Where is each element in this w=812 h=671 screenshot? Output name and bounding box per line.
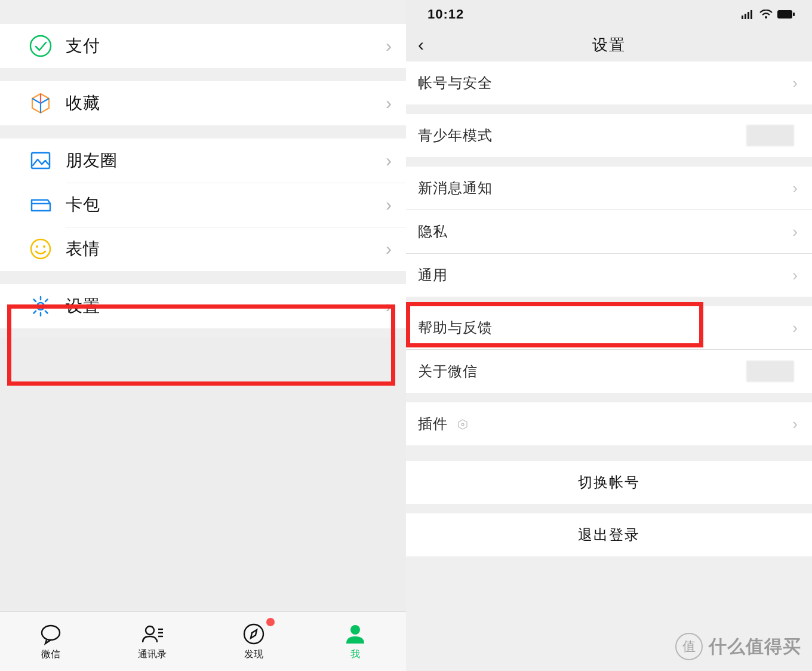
row-switch-account[interactable]: 切换帐号 — [406, 461, 812, 504]
settings-list: 帐号与安全 › 青少年模式 新消息通知 › — [406, 61, 812, 671]
signal-icon — [742, 10, 755, 19]
tab-label: 微信 — [41, 648, 60, 661]
me-tab-screen: 支付 › 收藏 › — [0, 0, 406, 671]
battery-icon — [777, 10, 795, 19]
row-label: 帮助与反馈 — [418, 318, 792, 337]
chevron-right-icon: › — [386, 150, 392, 171]
svg-point-19 — [765, 16, 767, 19]
list-group: 支付 › — [0, 24, 406, 68]
tab-bar: 微信 通讯录 发现 我 — [0, 611, 406, 671]
row-label: 表情 — [66, 238, 386, 260]
redacted-value — [746, 361, 794, 382]
row-notifications[interactable]: 新消息通知 › — [406, 167, 812, 210]
chevron-right-icon: › — [792, 74, 798, 93]
svg-rect-20 — [777, 10, 792, 19]
row-general[interactable]: 通用 › — [406, 254, 812, 297]
wifi-icon — [759, 10, 773, 19]
chevron-right-icon: › — [792, 179, 798, 198]
row-pay[interactable]: 支付 › — [0, 24, 406, 68]
chevron-right-icon: › — [386, 195, 392, 215]
list-group: 收藏 › — [0, 81, 406, 125]
left-list: 支付 › 收藏 › — [0, 0, 406, 611]
row-label: 关于微信 — [418, 362, 746, 381]
svg-rect-18 — [751, 10, 752, 19]
chevron-right-icon: › — [792, 415, 798, 433]
chevron-right-icon: › — [386, 93, 392, 113]
row-settings[interactable]: 设置 › — [0, 284, 406, 328]
svg-point-0 — [30, 36, 51, 56]
redacted-value — [746, 125, 794, 146]
tab-label: 通讯录 — [138, 648, 167, 661]
row-label: 设置 — [66, 295, 386, 318]
row-teen-mode[interactable]: 青少年模式 — [406, 114, 812, 157]
row-account-security[interactable]: 帐号与安全 › — [406, 61, 812, 104]
status-time: 10:12 — [427, 7, 464, 22]
row-label: 隐私 — [418, 222, 792, 241]
cards-icon — [29, 193, 53, 217]
row-favorites[interactable]: 收藏 › — [0, 81, 406, 125]
watermark: 值 什么值得买 — [675, 633, 801, 660]
tab-contacts[interactable]: 通讯录 — [102, 612, 203, 671]
svg-point-3 — [31, 239, 50, 258]
tab-label: 我 — [350, 648, 360, 661]
chevron-right-icon: › — [792, 266, 798, 285]
row-label: 新消息通知 — [418, 178, 792, 198]
list-group: 设置 › — [0, 284, 406, 328]
row-label: 朋友圈 — [66, 149, 386, 172]
page-title: 设置 — [592, 35, 626, 56]
svg-marker-13 — [251, 630, 257, 638]
tab-chats[interactable]: 微信 — [0, 612, 102, 671]
row-label: 插件 — [418, 414, 792, 433]
row-logout[interactable]: 退出登录 — [406, 513, 812, 556]
stickers-icon — [29, 237, 53, 261]
chevron-right-icon: › — [792, 223, 798, 241]
svg-point-8 — [146, 626, 154, 635]
row-cards[interactable]: 卡包 › — [0, 183, 406, 227]
chevron-right-icon: › — [386, 36, 392, 56]
notification-dot — [266, 618, 275, 626]
svg-rect-16 — [745, 14, 746, 19]
svg-rect-21 — [793, 13, 795, 16]
row-label: 卡包 — [66, 193, 386, 216]
nav-bar: ‹ 设置 — [406, 29, 812, 62]
list-group: 朋友圈 › 卡包 › 表情 › — [0, 138, 406, 271]
row-stickers[interactable]: 表情 › — [0, 227, 406, 271]
row-label: 退出登录 — [578, 525, 640, 544]
status-icons — [742, 10, 795, 19]
row-label: 通用 — [418, 266, 792, 285]
row-label: 切换帐号 — [578, 473, 640, 492]
chevron-right-icon: › — [792, 319, 798, 337]
row-label: 帐号与安全 — [418, 73, 792, 93]
row-about[interactable]: 关于微信 — [406, 350, 812, 393]
tab-label: 发现 — [244, 648, 263, 661]
pay-icon — [29, 34, 53, 58]
svg-rect-17 — [748, 12, 749, 19]
watermark-text: 什么值得买 — [709, 635, 801, 659]
status-bar: 10:12 — [406, 0, 812, 29]
svg-rect-15 — [742, 16, 743, 19]
row-label: 支付 — [66, 35, 386, 57]
back-button[interactable]: ‹ — [418, 35, 424, 55]
svg-marker-22 — [459, 420, 467, 429]
svg-point-5 — [43, 245, 45, 248]
svg-point-7 — [42, 626, 60, 640]
row-plugins[interactable]: 插件 › — [406, 402, 812, 445]
svg-rect-1 — [32, 153, 50, 168]
row-moments[interactable]: 朋友圈 › — [0, 138, 406, 183]
chevron-right-icon: › — [386, 239, 392, 259]
svg-point-6 — [37, 303, 44, 310]
svg-point-12 — [244, 624, 263, 644]
tab-discover[interactable]: 发现 — [203, 612, 304, 671]
svg-point-14 — [350, 625, 360, 635]
row-label: 青少年模式 — [418, 126, 746, 145]
svg-point-23 — [462, 423, 464, 426]
watermark-badge: 值 — [675, 633, 703, 660]
chevron-right-icon: › — [386, 296, 392, 316]
row-privacy[interactable]: 隐私 › — [406, 210, 812, 253]
svg-point-4 — [36, 245, 38, 248]
plugin-badge-icon — [457, 419, 468, 430]
row-label: 收藏 — [66, 92, 386, 115]
row-help-feedback[interactable]: 帮助与反馈 › — [406, 306, 812, 349]
moments-icon — [29, 149, 53, 173]
tab-me[interactable]: 我 — [304, 612, 406, 671]
